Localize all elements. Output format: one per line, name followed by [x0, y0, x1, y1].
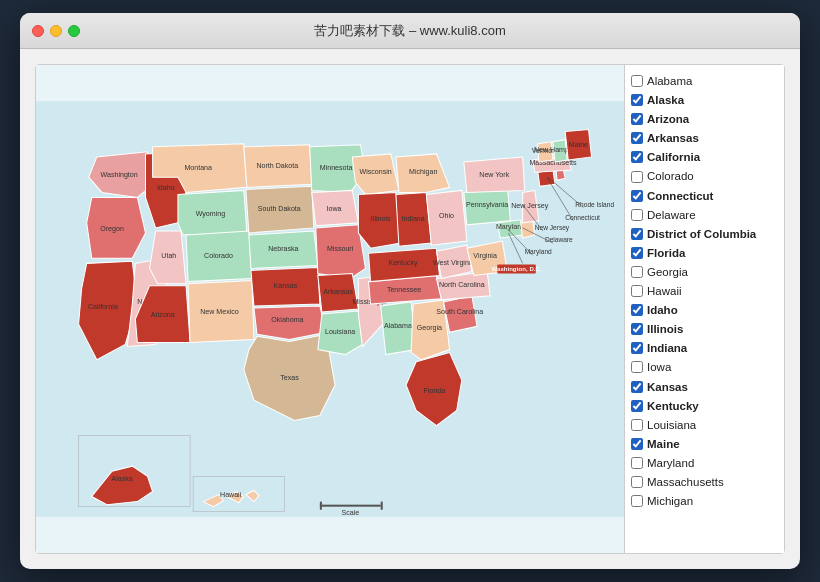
state-label[interactable]: Indiana	[647, 340, 687, 356]
state-checkbox-arizona[interactable]	[631, 113, 643, 125]
list-item: Connecticut	[631, 188, 778, 204]
list-item: Alabama	[631, 73, 778, 89]
state-checkbox-connecticut[interactable]	[631, 190, 643, 202]
state-label[interactable]: Idaho	[647, 302, 678, 318]
list-item: Michigan	[631, 493, 778, 509]
state-label[interactable]: Colorado	[647, 168, 694, 184]
state-illinois	[358, 192, 401, 248]
state-checkbox-alabama[interactable]	[631, 75, 643, 87]
states-sidebar: AlabamaAlaskaArizonaArkansasCaliforniaCo…	[624, 65, 784, 553]
state-indiana	[396, 192, 431, 246]
state-checkbox-iowa[interactable]	[631, 361, 643, 373]
list-item: Arizona	[631, 111, 778, 127]
state-checkbox-massachusetts[interactable]	[631, 476, 643, 488]
state-checkbox-louisiana[interactable]	[631, 419, 643, 431]
list-item: Maine	[631, 436, 778, 452]
minimize-button[interactable]	[50, 25, 62, 37]
state-vermont	[538, 142, 553, 162]
state-louisiana	[318, 311, 363, 355]
state-label[interactable]: Kentucky	[647, 398, 699, 414]
state-label[interactable]: Louisiana	[647, 417, 696, 433]
list-item: Hawaii	[631, 283, 778, 299]
state-label[interactable]: California	[647, 149, 700, 165]
state-new-mexico	[188, 281, 254, 343]
state-label[interactable]: Alabama	[647, 73, 692, 89]
svg-rect-65	[320, 505, 381, 507]
state-checkbox-illinois[interactable]	[631, 323, 643, 335]
state-label[interactable]: Maine	[647, 436, 680, 452]
state-label[interactable]: Arkansas	[647, 130, 699, 146]
state-label[interactable]: Michigan	[647, 493, 693, 509]
close-button[interactable]	[32, 25, 44, 37]
list-item: Idaho	[631, 302, 778, 318]
state-checkbox-arkansas[interactable]	[631, 132, 643, 144]
list-item: California	[631, 149, 778, 165]
list-item: Colorado	[631, 168, 778, 184]
state-nebraska	[249, 231, 318, 269]
list-item: Kentucky	[631, 398, 778, 414]
state-label[interactable]: Hawaii	[647, 283, 682, 299]
state-kentucky	[369, 248, 440, 281]
state-checkbox-maine[interactable]	[631, 438, 643, 450]
state-georgia	[411, 300, 450, 360]
state-checkbox-kansas[interactable]	[631, 381, 643, 393]
state-pennsylvania	[464, 187, 511, 225]
state-label[interactable]: Georgia	[647, 264, 688, 280]
state-south-dakota	[246, 186, 314, 233]
state-south-carolina	[444, 296, 477, 332]
app-window: 苦力吧素材下载 – www.kuli8.com Washington Orego…	[20, 13, 800, 569]
state-new-york	[464, 157, 525, 192]
svg-rect-67	[381, 502, 383, 510]
svg-rect-66	[320, 502, 322, 510]
list-item: Indiana	[631, 340, 778, 356]
state-label[interactable]: Alaska	[647, 92, 684, 108]
list-item: Louisiana	[631, 417, 778, 433]
state-checkbox-idaho[interactable]	[631, 304, 643, 316]
state-checkbox-alaska[interactable]	[631, 94, 643, 106]
state-label[interactable]: Delaware	[647, 207, 696, 223]
state-label[interactable]: Kansas	[647, 379, 688, 395]
list-item: Iowa	[631, 359, 778, 375]
state-checkbox-florida[interactable]	[631, 247, 643, 259]
state-checkbox-district-of-columbia[interactable]	[631, 228, 643, 240]
list-item: Illinois	[631, 321, 778, 337]
svg-text:Connecticut: Connecticut	[565, 214, 600, 221]
list-item: Arkansas	[631, 130, 778, 146]
list-item: Delaware	[631, 207, 778, 223]
state-label[interactable]: Arizona	[647, 111, 689, 127]
state-colorado	[186, 231, 252, 282]
list-item: Alaska	[631, 92, 778, 108]
state-ohio	[426, 190, 467, 245]
svg-text:Rhode Island: Rhode Island	[575, 201, 614, 208]
state-label[interactable]: Florida	[647, 245, 685, 261]
traffic-lights	[32, 25, 80, 37]
state-kansas	[251, 267, 320, 306]
svg-text:Maryland: Maryland	[525, 248, 552, 256]
state-label[interactable]: Massachusetts	[647, 474, 724, 490]
state-maine	[565, 130, 591, 160]
state-checkbox-colorado[interactable]	[631, 171, 643, 183]
state-checkbox-california[interactable]	[631, 151, 643, 163]
state-label[interactable]: Maryland	[647, 455, 694, 471]
state-delaware	[521, 221, 535, 238]
state-label[interactable]: District of Columbia	[647, 226, 756, 242]
state-north-dakota	[244, 145, 312, 188]
state-checkbox-delaware[interactable]	[631, 209, 643, 221]
list-item: Florida	[631, 245, 778, 261]
state-new-hampshire	[553, 140, 567, 162]
state-oregon	[87, 197, 146, 258]
state-checkbox-maryland[interactable]	[631, 457, 643, 469]
maximize-button[interactable]	[68, 25, 80, 37]
state-checkbox-kentucky[interactable]	[631, 400, 643, 412]
state-label[interactable]: Illinois	[647, 321, 683, 337]
titlebar: 苦力吧素材下载 – www.kuli8.com	[20, 13, 800, 49]
state-arkansas	[318, 274, 359, 313]
state-wyoming	[178, 190, 247, 235]
state-label[interactable]: Connecticut	[647, 188, 713, 204]
state-label[interactable]: Iowa	[647, 359, 671, 375]
state-utah	[150, 231, 186, 284]
state-checkbox-georgia[interactable]	[631, 266, 643, 278]
state-checkbox-indiana[interactable]	[631, 342, 643, 354]
state-checkbox-hawaii[interactable]	[631, 285, 643, 297]
state-checkbox-michigan[interactable]	[631, 495, 643, 507]
